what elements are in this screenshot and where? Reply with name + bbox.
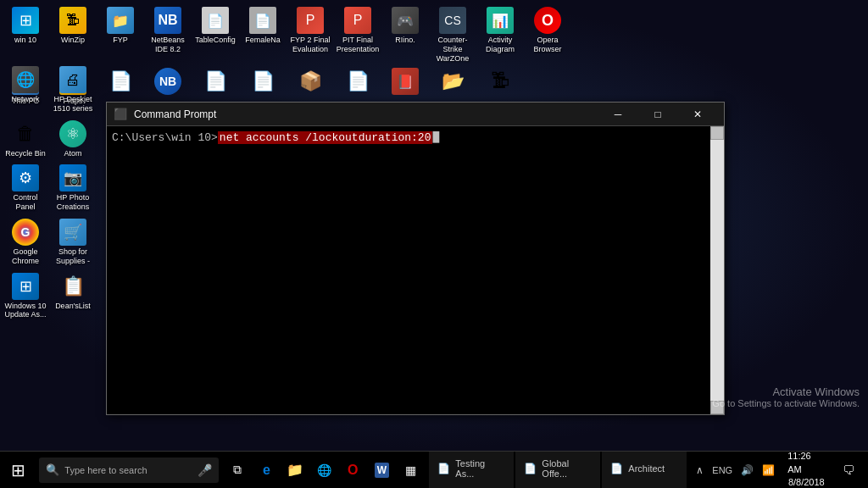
hpphoto-label: HP Photo Creations [51, 193, 95, 212]
hpdeskjet-label: HP Deskjet 1510 series [51, 95, 95, 114]
fileexplorer-button[interactable]: 📁 [281, 452, 309, 489]
chrome-label: Google Chrome [3, 247, 47, 266]
network-taskbar-icon[interactable]: 📶 [760, 464, 777, 476]
white1-icon: 📄 [344, 68, 371, 95]
win10update-icon: ⊞ [12, 273, 39, 300]
fileexplorer-icon: 📁 [287, 462, 303, 478]
cmd-title-text: Command Prompt [134, 108, 598, 120]
desktop-icon-recyclebin[interactable]: 🗑 Recycle Bin [2, 117, 49, 162]
counter-icon: CS [439, 7, 466, 34]
recyclebin-label: Recycle Bin [5, 149, 46, 158]
network-label: Network [11, 95, 39, 104]
fyp-label: FYP [113, 36, 128, 45]
cmd-scrollbar[interactable]: ▲ ▼ [710, 126, 724, 414]
greenzip-icon: 📦 [297, 68, 324, 95]
desktop-icon-winzip[interactable]: 🗜 WinZip [49, 3, 97, 66]
multiwindow-button[interactable]: ▦ [397, 452, 424, 489]
word-taskbar-icon: W [375, 463, 389, 478]
controlpanel-label: Control Panel [3, 193, 47, 212]
notification-button[interactable]: 🗨 [835, 452, 861, 489]
language-icon[interactable]: ENG [709, 465, 735, 475]
taskbar-item-testing[interactable]: 📄 Testing As... [429, 452, 514, 489]
femalena-label: FemaleNa [245, 36, 281, 45]
taskbar-items: 📄 Testing As... 📄 Global Offe... 📄 Archi… [429, 452, 687, 489]
cmd-scroll-up[interactable]: ▲ [710, 126, 724, 140]
cmd-minimize-button[interactable]: ─ [598, 103, 637, 126]
doc1-icon: 📄 [107, 68, 134, 95]
network-icon: 🌐 [12, 66, 39, 93]
desktop-icon-riino[interactable]: 🎮 RIino. [381, 3, 429, 66]
word-taskbar-button[interactable]: W [368, 452, 395, 489]
win10update-label: Windows 10 Update As... [3, 302, 47, 320]
notification-icon: 🗨 [843, 463, 854, 477]
cmd-scroll-down[interactable]: ▼ [710, 401, 724, 414]
cmd-prompt: C:\Users\win 10> [112, 131, 218, 144]
cmd-prompt-line: C:\Users\win 10> net accounts /lockoutdu… [112, 131, 719, 144]
chrome-taskbar-button[interactable]: 🌐 [310, 452, 337, 489]
cmd-maximize-button[interactable]: □ [638, 103, 677, 126]
desktop-icon-chrome[interactable]: G Google Chrome [2, 215, 49, 269]
opera-taskbar-button[interactable]: O [339, 452, 366, 489]
cmd-scroll-track[interactable] [710, 140, 724, 401]
desktop-icon-pit[interactable]: P PIT Final Presentation [334, 3, 381, 66]
pdf1-icon: 📕 [392, 68, 419, 95]
deans-label: Dean'sList [55, 302, 91, 311]
desktop-icon-counter[interactable]: CS Counter-Strike WarZOne [429, 3, 476, 66]
taskbar-clock[interactable]: 11:26 AM 8/8/2018 [781, 450, 832, 488]
chrome-icon: G [12, 219, 39, 246]
taskbar-item-architect-label: Architect [628, 463, 665, 474]
cmd-window: ⬛ Command Prompt ─ □ ✕ C:\Users\win 10> … [106, 102, 725, 415]
cmd-cursor: █ [432, 131, 439, 144]
cmd-command: net accounts /lockoutduration:20 [218, 131, 433, 144]
pit-icon: P [344, 7, 371, 34]
desktop-icon-activity[interactable]: 📊 Activity Diagram [476, 3, 524, 66]
taskbar-item-architect[interactable]: 📄 Architect [602, 452, 687, 489]
taskbar-date: 8/8/2018 [788, 476, 825, 488]
desktop: ⊞ win 10 🗜 WinZip 📁 FYP NB NetBeans IDE … [0, 0, 868, 451]
win10-label: win 10 [14, 36, 36, 45]
atom-label: Atom [64, 149, 81, 158]
desktop-icon-hpphoto[interactable]: 📷 HP Photo Creations [49, 161, 97, 215]
taskbar-time: 11:26 AM [787, 450, 825, 476]
cmd-titlebar: ⬛ Command Prompt ─ □ ✕ [107, 103, 724, 126]
cmd-content[interactable]: C:\Users\win 10> net accounts /lockoutdu… [107, 126, 724, 414]
hpphoto-icon: 📷 [59, 164, 86, 191]
opera-icon: O [534, 7, 561, 34]
desktop-icon-tableconfig[interactable]: 📄 TableConfig [192, 3, 239, 66]
desktop-icon-win10update[interactable]: ⊞ Windows 10 Update As... [2, 269, 49, 324]
opera-taskbar-icon: O [348, 463, 358, 478]
activity-icon: 📊 [487, 7, 514, 34]
desktop-icon-hpdeskjet[interactable]: 🖨 HP Deskjet 1510 series [49, 63, 97, 117]
microphone-icon: 🎤 [198, 463, 212, 477]
cmd-close-button[interactable]: ✕ [678, 103, 717, 126]
desktop-icon-femalena[interactable]: 📄 FemaleNa [239, 3, 287, 66]
volume-icon[interactable]: 🔊 [738, 464, 756, 476]
fyp2-label: FYP 2 Final Evaluation [288, 36, 332, 54]
activate-line2: Go to Settings to activate Windows. [712, 398, 860, 408]
desktop-icon-shopforsupp[interactable]: 🛒 Shop for Supplies - [49, 215, 97, 269]
desktop-icon-deans[interactable]: 📋 Dean'sList [49, 269, 97, 324]
edge-button[interactable]: e [253, 452, 280, 489]
taskbar-right: ∧ ENG 🔊 📶 11:26 AM 8/8/2018 🗨 [687, 450, 868, 488]
desktop-icon-atom[interactable]: ⚛ Atom [49, 117, 97, 162]
controlpanel-icon: ⚙ [12, 164, 39, 191]
desktop-icon-opera[interactable]: O Opera Browser [524, 3, 571, 66]
desktop-icon-win10[interactable]: ⊞ win 10 [2, 3, 49, 66]
riino-label: RIino. [395, 36, 415, 45]
doc3-icon: 📄 [249, 68, 276, 95]
tableconfig-icon: 📄 [202, 7, 229, 34]
taskbar-item-global[interactable]: 📄 Global Offe... [515, 452, 600, 489]
notification-area-chevron[interactable]: ∧ [693, 464, 706, 476]
task-view-button[interactable]: ⧉ [224, 452, 251, 489]
activate-watermark: Activate Windows Go to Settings to activ… [712, 385, 860, 408]
desktop-icon-fyp2[interactable]: P FYP 2 Final Evaluation [287, 3, 334, 66]
desktop-icon-netbeans[interactable]: NB NetBeans IDE 8.2 [144, 3, 192, 66]
desktop-icon-network[interactable]: 🌐 Network [2, 63, 49, 117]
atom-icon: ⚛ [59, 120, 86, 147]
activity-label: Activity Diagram [478, 36, 522, 54]
start-button[interactable]: ⊞ [0, 452, 36, 489]
desktop-icon-controlpanel[interactable]: ⚙ Control Panel [2, 161, 49, 215]
desktop-icon-fyp[interactable]: 📁 FYP [97, 3, 144, 66]
search-bar[interactable]: 🔍 Type here to search 🎤 [39, 458, 219, 483]
task-view-icon: ⧉ [233, 463, 242, 477]
